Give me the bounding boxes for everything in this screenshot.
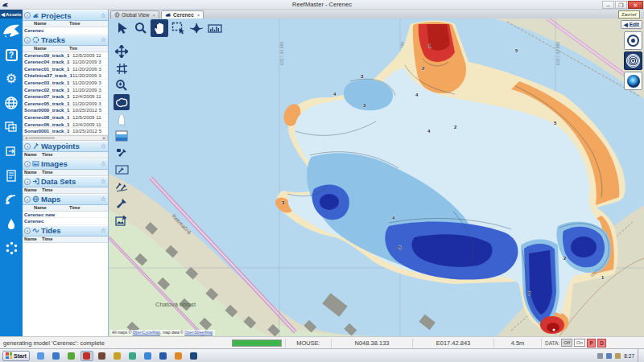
table-row[interactable]: Sonar0000_track_110/25/2012 5 — [23, 107, 108, 114]
edit-panel-toggle[interactable]: ◀ Edit — [621, 20, 642, 29]
data-off-button[interactable]: Off — [561, 339, 572, 347]
grid-tool[interactable] — [114, 60, 130, 76]
pin-label-tool[interactable] — [114, 162, 130, 178]
pan-tool[interactable] — [151, 19, 168, 37]
favorite-star-icon[interactable]: ☆ — [101, 195, 106, 203]
pin-image-tool[interactable] — [114, 212, 130, 228]
tab-close-icon[interactable]: × — [153, 13, 156, 18]
satellite-icon[interactable] — [2, 190, 21, 209]
tab-global-view[interactable]: Global View × — [110, 10, 159, 19]
show-desktop-button[interactable] — [638, 349, 641, 362]
app-office[interactable] — [96, 351, 109, 361]
collapse-icon[interactable]: ∧ — [24, 37, 31, 43]
zoom-area-tool[interactable] — [114, 77, 130, 93]
openstreetmap-link[interactable]: OpenStreetMap — [184, 330, 213, 335]
favorite-star-icon[interactable]: ☆ — [101, 36, 106, 43]
app-mail[interactable] — [50, 351, 63, 361]
table-row[interactable]: Cerenec02_track_111/20/2009 3 — [23, 87, 108, 94]
table-row[interactable]: Cerenec — [23, 27, 108, 35]
help-icon[interactable]: ? — [2, 45, 21, 64]
sonar-transfer-icon[interactable] — [2, 214, 21, 233]
table-row[interactable]: Sonar0001_track_110/25/2012 5 — [23, 128, 108, 135]
opencyclemap-link[interactable]: OpenCycleMap — [133, 330, 160, 335]
vessel-tool[interactable] — [114, 111, 130, 127]
track-tool[interactable] — [188, 19, 205, 37]
favorite-star-icon[interactable]: ☆ — [101, 178, 106, 185]
favorite-star-icon[interactable]: ☆ — [101, 142, 106, 150]
water-level-tool[interactable] — [114, 128, 130, 144]
table-row[interactable]: Cerenec new — [23, 212, 108, 219]
scroll-left-icon[interactable]: ◄ — [23, 136, 29, 140]
settings-gear-icon[interactable]: ⚙ — [2, 69, 21, 88]
collapse-icon[interactable]: ∧ — [24, 143, 31, 150]
assets-toggle[interactable]: ◀ Assets — [0, 10, 23, 19]
map-canvas[interactable]: E017.42.680E017.42.780E017.42.880 — [109, 19, 644, 336]
data-on-button[interactable]: On — [574, 339, 585, 347]
tab-close-icon[interactable]: × — [197, 13, 200, 18]
start-button[interactable]: Start — [2, 351, 30, 361]
tray-volume-icon[interactable] — [615, 353, 621, 359]
app-shark[interactable] — [188, 351, 200, 361]
panel-datasets-header[interactable]: ∧ Data Sets ☆ — [23, 176, 108, 187]
panel-maps-header[interactable]: ∧ Maps ☆ — [23, 194, 108, 205]
collapse-icon[interactable]: ∧ — [24, 228, 31, 234]
app-browser[interactable] — [35, 351, 47, 361]
close-button[interactable]: ✕ — [628, 1, 643, 9]
table-row[interactable]: Cerenec — [23, 218, 108, 225]
collapse-icon[interactable]: ∧ — [24, 12, 31, 19]
globe-icon[interactable] — [2, 93, 21, 113]
export-maps-icon[interactable] — [2, 142, 21, 161]
pin-tool[interactable] — [114, 195, 130, 212]
sync-icon[interactable] — [2, 238, 21, 257]
favorite-star-icon[interactable]: ☆ — [101, 12, 106, 19]
sonar-target-tool[interactable] — [624, 31, 642, 50]
tray-clock[interactable]: 8:27 — [624, 353, 634, 359]
zoom-tool[interactable] — [132, 19, 150, 37]
collapse-icon[interactable]: ∧ — [24, 196, 31, 203]
scroll-right-icon[interactable]: ► — [101, 136, 107, 140]
maximize-button[interactable]: ❐ — [615, 1, 627, 9]
sonar-log-tool[interactable] — [206, 19, 224, 37]
tab-cerenec[interactable]: Cerenec × — [161, 10, 204, 19]
panel-tides-header[interactable]: ∧ Tides ☆ — [23, 225, 108, 237]
record-d-button[interactable]: D — [597, 339, 606, 348]
shark-logo-icon[interactable] — [2, 21, 21, 40]
app-reefmaster[interactable] — [80, 351, 93, 361]
scroll-thumb[interactable] — [29, 137, 55, 139]
app-store[interactable] — [142, 351, 155, 361]
table-row[interactable]: Cerenec03_track_111/20/2009 3 — [23, 80, 108, 87]
table-row[interactable]: Chtelnica37_track_111/20/2009 3 — [23, 72, 108, 80]
table-row[interactable]: Cerenec05_track_111/20/2009 3 — [23, 101, 108, 108]
app-music[interactable] — [157, 351, 170, 361]
horizontal-scrollbar[interactable]: ◄ ► — [23, 135, 108, 141]
table-row[interactable]: Cerenec09_track_112/5/2009 11 — [23, 52, 108, 60]
report-icon[interactable] — [2, 166, 21, 185]
panel-waypoints-header[interactable]: ∧ Waypoints ☆ — [23, 141, 108, 152]
table-row[interactable]: Cerenec07_track_112/4/2009 11 — [23, 93, 108, 101]
pointer-tool[interactable] — [114, 19, 131, 37]
pan-extents-tool[interactable] — [114, 43, 130, 60]
record-p-button[interactable]: P — [587, 339, 596, 348]
table-row[interactable]: Cerenec01_track_111/20/2009 3 — [23, 66, 108, 73]
favorite-star-icon[interactable]: ☆ — [101, 227, 106, 234]
import-tracks-icon[interactable] — [2, 117, 21, 137]
pin-lock-tool[interactable] — [114, 145, 130, 161]
sonar-sphere-tool[interactable] — [624, 72, 642, 90]
panel-images-header[interactable]: ∧ Images ☆ — [23, 158, 108, 170]
table-row[interactable]: Cerenec06_track_112/4/2009 11 — [23, 121, 108, 129]
app-tools[interactable] — [172, 351, 185, 361]
tray-arrow-icon[interactable] — [597, 353, 603, 359]
table-row[interactable]: Cerenec04_track_111/20/2009 3 — [23, 59, 108, 66]
app-photos[interactable] — [126, 351, 139, 361]
pin-route-tool[interactable] — [114, 179, 130, 195]
favorite-star-icon[interactable]: ☆ — [101, 160, 106, 167]
app-media[interactable] — [65, 351, 78, 361]
table-row[interactable]: Cerenec08_track_112/5/2009 11 — [23, 114, 108, 121]
collapse-icon[interactable]: ∧ — [24, 179, 31, 185]
app-folder[interactable] — [111, 351, 124, 361]
panel-projects-header[interactable]: ∧ Projects ☆ — [23, 10, 108, 21]
sonar-rings-tool[interactable] — [624, 51, 642, 70]
tray-network-icon[interactable] — [606, 353, 612, 359]
select-tool[interactable] — [169, 19, 187, 37]
region-tool[interactable] — [114, 94, 130, 110]
